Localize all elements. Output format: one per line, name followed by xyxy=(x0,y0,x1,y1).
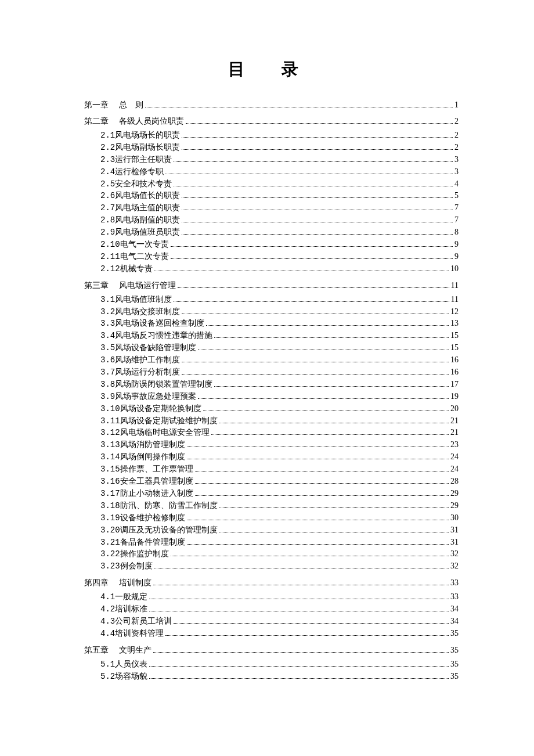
toc-sub-text: 风场设备缺陷管理制度 xyxy=(115,343,196,354)
toc-sub-text: 风场设备定期轮换制度 xyxy=(120,404,201,415)
toc-sub-number: 5.2 xyxy=(100,671,115,682)
toc-dots xyxy=(182,149,453,150)
toc-page-number: 11 xyxy=(451,294,459,305)
toc-sub-number: 3.10 xyxy=(100,404,120,415)
toc-sub-number: 3.3 xyxy=(100,318,115,329)
toc-sub-number: 3.2 xyxy=(100,307,115,318)
toc-dots xyxy=(219,507,449,508)
toc-sub-text: 风电场主值的职责 xyxy=(115,203,180,214)
toc-dots xyxy=(182,222,453,222)
toc-sub-row: 3.20 调压及无功设备的管理制度31 xyxy=(100,525,459,536)
toc-page-number: 13 xyxy=(450,318,459,329)
toc-page-number: 16 xyxy=(450,355,459,366)
toc-sub-text: 操作监护制度 xyxy=(120,549,169,560)
toc-sub-number: 2.1 xyxy=(100,130,115,141)
toc-dots xyxy=(154,271,449,271)
toc-dots xyxy=(182,210,453,210)
toc-dots xyxy=(195,471,449,471)
toc-page-number: 35 xyxy=(450,646,459,655)
toc-sub-text: 备品备件管理制度 xyxy=(120,537,185,548)
toc-sub-number: 3.8 xyxy=(100,379,115,390)
toc-sub-text: 风电场交接班制度 xyxy=(115,307,180,318)
toc-page-number: 7 xyxy=(454,215,459,226)
toc-sub-row: 3.16 安全工器具管理制度28 xyxy=(100,476,459,487)
toc-page-number: 9 xyxy=(454,239,459,250)
toc-page-number: 8 xyxy=(454,227,459,238)
toc-dots xyxy=(165,174,453,174)
toc-sub-row: 3.11 风场设备定期试验维护制度21 xyxy=(100,416,459,427)
toc-page-number: 29 xyxy=(450,501,459,512)
toc-sub-number: 2.3 xyxy=(100,154,115,165)
toc-sub-row: 3.12 风电场临时电源安全管理21 xyxy=(100,427,459,438)
toc-sub-text: 风电场值长的职责 xyxy=(115,190,180,201)
toc-sub-number: 4.4 xyxy=(100,628,115,639)
toc-sub-number: 3.17 xyxy=(100,488,120,499)
toc-sub-number: 3.4 xyxy=(100,330,115,341)
toc-chapter-row: 第四章 培训制度33 xyxy=(84,578,459,588)
toc-sub-row: 3.7 风场运行分析制度16 xyxy=(100,367,459,378)
toc-page-number: 33 xyxy=(450,578,459,588)
toc-sub-text: 人员仪表 xyxy=(115,659,147,670)
toc-sub-text: 风电场反习惯性违章的措施 xyxy=(115,330,212,341)
toc-dots xyxy=(174,301,449,302)
toc-sub-text: 安全工器具管理制度 xyxy=(120,476,193,487)
toc-page-number: 2 xyxy=(454,142,459,153)
toc-dots xyxy=(198,398,449,399)
toc-sub-number: 5.1 xyxy=(100,659,115,670)
toc-sub-text: 风电场副值的职责 xyxy=(115,215,180,226)
toc-dots xyxy=(195,495,449,496)
toc-sub-row: 4.3 公司新员工培训34 xyxy=(100,616,459,627)
toc-chapter-label: 第四章 培训制度 xyxy=(84,578,151,588)
toc-sub-row: 3.22 操作监护制度32 xyxy=(100,549,459,560)
toc-page-number: 35 xyxy=(450,628,459,639)
toc-sub-number: 3.6 xyxy=(100,355,115,366)
toc-dots xyxy=(182,197,453,198)
toc-dots xyxy=(154,568,449,568)
toc-sub-row: 3.18 防汛、防寒、防雪工作制度29 xyxy=(100,501,459,512)
toc-sub-number: 2.12 xyxy=(100,264,120,275)
toc-sub-number: 3.18 xyxy=(100,501,120,512)
toc-page-number: 24 xyxy=(450,452,459,463)
toc-dots xyxy=(214,386,449,387)
toc-sub-row: 3.8 风场防误闭锁装置管理制度17 xyxy=(100,379,459,390)
toc-sub-text: 例会制度 xyxy=(120,561,153,572)
toc-sub-row: 2.9 风电场值班员职责8 xyxy=(100,227,459,238)
toc-sub-row: 3.1 风电场值班制度11 xyxy=(100,294,459,305)
toc-sub-row: 3.10 风场设备定期轮换制度20 xyxy=(100,404,459,415)
toc-sub-number: 3.12 xyxy=(100,427,120,438)
toc-sub-row: 2.2 风电场副场长职责2 xyxy=(100,142,459,153)
toc-dots xyxy=(149,666,449,667)
toc-sub-text: 安全和技术专责 xyxy=(115,179,172,190)
toc-page-number: 7 xyxy=(454,203,459,214)
toc-chapter-row: 第一章 总 则1 xyxy=(84,100,459,110)
toc-sub-number: 3.13 xyxy=(100,440,120,451)
toc-sub-number: 2.8 xyxy=(100,215,115,226)
toc-page-number: 31 xyxy=(450,537,459,548)
toc-sub-row: 4.1 一般规定33 xyxy=(100,592,459,603)
toc-title: 目 录 xyxy=(84,58,459,81)
toc-dots xyxy=(187,544,449,545)
toc-sub-number: 2.9 xyxy=(100,227,115,238)
toc-sub-number: 3.7 xyxy=(100,367,115,378)
toc-sub-row: 3.15 操作票、工作票管理24 xyxy=(100,464,459,475)
toc-chapter-row: 第三章 风电场运行管理11 xyxy=(84,280,459,291)
toc-sub-row: 2.11 电气二次专责9 xyxy=(100,251,459,262)
toc-page-number: 2 xyxy=(454,117,459,126)
toc-sub-row: 3.4 风电场反习惯性违章的措施15 xyxy=(100,330,459,341)
toc-dots xyxy=(195,483,449,484)
toc-dots xyxy=(149,678,449,679)
toc-sub-text: 风电场设备巡回检查制度 xyxy=(115,318,204,329)
toc-sub-row: 2.10 电气一次专责9 xyxy=(100,239,459,250)
toc-sub-row: 2.5 安全和技术专责4 xyxy=(100,179,459,190)
toc-dots xyxy=(149,599,449,599)
toc-sub-row: 3.17 防止小动物进入制度29 xyxy=(100,488,459,499)
toc-sub-number: 3.5 xyxy=(100,343,115,354)
toc-page-number: 29 xyxy=(450,488,459,499)
toc-sub-number: 4.2 xyxy=(100,604,115,615)
toc-page-number: 21 xyxy=(450,427,459,438)
toc-dots xyxy=(203,411,449,411)
toc-sub-row: 2.8 风电场副值的职责7 xyxy=(100,215,459,226)
toc-dots xyxy=(174,186,453,186)
toc-sub-number: 2.6 xyxy=(100,190,115,201)
toc-sub-row: 3.6 风场维护工作制度16 xyxy=(100,355,459,366)
